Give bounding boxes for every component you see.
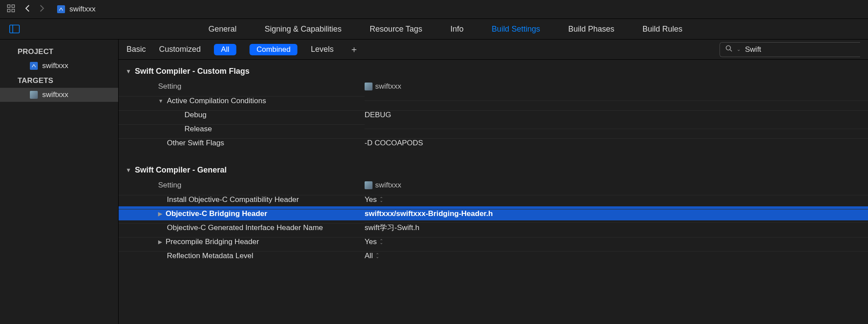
search-field[interactable]: ⌄ — [720, 42, 860, 57]
setting-row[interactable]: Install Objective-C Compatibility Header… — [119, 192, 868, 206]
svg-rect-5 — [10, 25, 19, 33]
setting-key: Release — [184, 125, 212, 133]
breadcrumb-project: swiftxxx — [69, 5, 96, 14]
target-app-icon — [30, 91, 38, 99]
sidebar-target-label: swiftxxx — [42, 90, 69, 99]
column-header-target: swiftxxx — [375, 181, 401, 190]
setting-value[interactable]: Yes — [365, 195, 377, 204]
stepper-icon[interactable] — [380, 197, 383, 202]
project-file-icon — [57, 5, 65, 13]
setting-key: Reflection Metadata Level — [167, 252, 253, 260]
tab-resource-tags[interactable]: Resource Tags — [370, 25, 423, 34]
search-icon — [725, 45, 732, 54]
setting-value[interactable]: swiftxxx/swiftxxx-Bridging-Header.h — [365, 209, 493, 218]
svg-rect-0 — [7, 5, 10, 7]
setting-row[interactable]: Objective-C Bridging Headerswiftxxx/swif… — [119, 206, 868, 220]
svg-rect-4 — [58, 7, 64, 12]
setting-value[interactable]: DEBUG — [365, 111, 391, 119]
disclosure-triangle-icon: ▼ — [126, 167, 131, 173]
svg-rect-2 — [7, 9, 10, 12]
column-header-setting: Setting — [158, 181, 181, 190]
setting-key: Objective-C Bridging Header — [166, 209, 267, 218]
forward-button[interactable] — [39, 4, 45, 14]
build-settings-table: ▼Swift Compiler - Custom FlagsSettingswi… — [119, 60, 868, 324]
svg-line-9 — [730, 50, 732, 51]
stepper-icon[interactable] — [376, 253, 379, 259]
main-area: Basic Customized All Combined Levels ＋ ⌄… — [119, 40, 868, 324]
sidebar-target-item[interactable]: swiftxxx — [0, 88, 118, 102]
search-input[interactable] — [745, 45, 855, 54]
settings-group-title[interactable]: ▼Swift Compiler - General — [119, 161, 868, 178]
setting-row[interactable]: DebugDEBUG — [119, 108, 868, 122]
setting-key: Objective-C Generated Interface Header N… — [167, 223, 323, 232]
project-sidebar: PROJECT swiftxxx TARGETS swiftxxx — [0, 40, 119, 324]
tab-general[interactable]: General — [208, 25, 236, 34]
grid-icon[interactable] — [7, 4, 15, 14]
settings-column-header: Settingswiftxxx — [119, 178, 868, 192]
setting-value[interactable]: All — [365, 252, 373, 260]
setting-row[interactable]: Other Swift Flags-D COCOAPODS — [119, 136, 868, 150]
filter-basic[interactable]: Basic — [127, 45, 146, 54]
search-scope-chevron-icon[interactable]: ⌄ — [737, 47, 741, 52]
breadcrumb[interactable]: swiftxxx — [57, 5, 96, 14]
project-file-icon — [30, 62, 38, 70]
group-title-label: Swift Compiler - General — [135, 166, 227, 175]
top-toolbar: swiftxxx — [0, 0, 868, 18]
tab-signing[interactable]: Signing & Capabilities — [264, 25, 341, 34]
setting-key: Active Compilation Conditions — [167, 97, 266, 105]
setting-key: Precompile Bridging Header — [166, 238, 259, 246]
target-app-icon — [365, 181, 373, 189]
settings-group-title[interactable]: ▼Swift Compiler - Custom Flags — [119, 62, 868, 79]
setting-row[interactable]: Reflection Metadata LevelAll — [119, 248, 868, 263]
setting-value[interactable]: -D COCOAPODS — [365, 139, 423, 148]
setting-value[interactable]: Yes — [365, 238, 377, 246]
setting-row[interactable]: Release — [119, 122, 868, 136]
panel-toggle-icon[interactable] — [6, 23, 23, 35]
setting-key: Install Objective-C Compatibility Header — [167, 195, 299, 204]
filter-all[interactable]: All — [214, 44, 236, 55]
svg-rect-7 — [31, 63, 36, 68]
sidebar-project-header: PROJECT — [0, 44, 118, 59]
tab-build-phases[interactable]: Build Phases — [568, 25, 614, 34]
editor-tabbar: General Signing & Capabilities Resource … — [0, 18, 868, 40]
setting-value[interactable]: swift学习-Swift.h — [365, 223, 420, 233]
filter-combined[interactable]: Combined — [250, 44, 298, 55]
filter-levels[interactable]: Levels — [311, 45, 333, 54]
svg-rect-3 — [12, 9, 14, 12]
sidebar-project-item[interactable]: swiftxxx — [0, 59, 118, 73]
setting-key: Other Swift Flags — [167, 139, 224, 148]
filter-bar: Basic Customized All Combined Levels ＋ ⌄ — [119, 40, 868, 60]
sidebar-targets-header: TARGETS — [0, 73, 118, 88]
setting-key: Debug — [184, 111, 206, 119]
group-title-label: Swift Compiler - Custom Flags — [135, 67, 250, 76]
setting-row[interactable]: Active Compilation Conditions — [119, 94, 868, 108]
disclosure-triangle-icon[interactable] — [158, 98, 163, 104]
stepper-icon[interactable] — [380, 239, 383, 245]
setting-row[interactable]: Objective-C Generated Interface Header N… — [119, 220, 868, 234]
add-build-setting-button[interactable]: ＋ — [350, 43, 358, 55]
svg-point-8 — [726, 46, 731, 50]
sidebar-project-label: swiftxxx — [42, 61, 69, 70]
svg-rect-1 — [12, 5, 14, 7]
column-header-target: swiftxxx — [375, 82, 401, 91]
setting-row[interactable]: Precompile Bridging HeaderYes — [119, 234, 868, 248]
disclosure-triangle-icon: ▼ — [126, 68, 131, 75]
disclosure-triangle-icon[interactable] — [158, 211, 162, 217]
nav-arrows — [25, 4, 45, 14]
editor-tabs: General Signing & Capabilities Resource … — [23, 25, 868, 34]
tab-info[interactable]: Info — [450, 25, 463, 34]
back-button[interactable] — [25, 4, 31, 14]
filter-customized[interactable]: Customized — [159, 45, 201, 54]
target-app-icon — [365, 83, 373, 90]
column-header-setting: Setting — [158, 82, 181, 91]
tab-build-settings[interactable]: Build Settings — [492, 25, 540, 34]
tab-build-rules[interactable]: Build Rules — [643, 25, 683, 34]
disclosure-triangle-icon[interactable] — [158, 239, 162, 245]
settings-column-header: Settingswiftxxx — [119, 79, 868, 94]
